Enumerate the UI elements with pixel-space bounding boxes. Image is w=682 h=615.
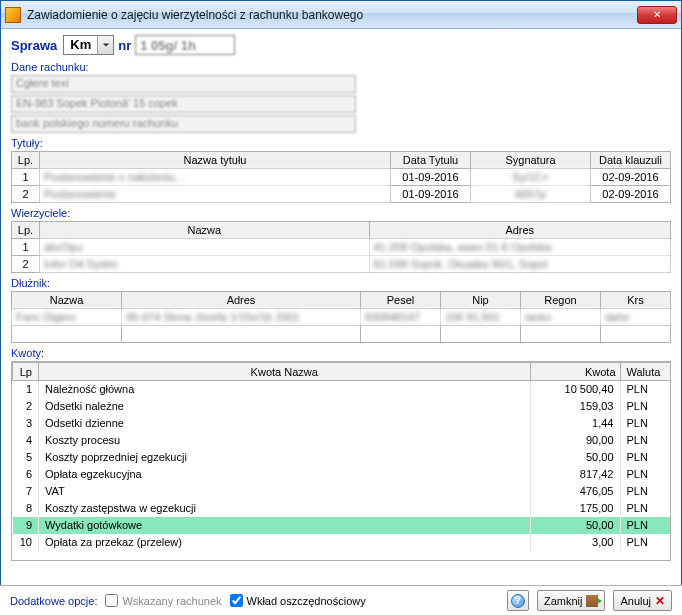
cell-data-tytulu: 01-09-2016 [391, 186, 471, 203]
th-sygnatura: Sygnatura [471, 152, 591, 169]
button-label: Anuluj [620, 595, 651, 607]
cell-nazwa: Opłata egzekucyjna [39, 466, 531, 483]
close-button[interactable]: Zamknij [537, 590, 606, 611]
table-row[interactable]: 2Infor O4 Systm81-598 Sopok. Okuaika 90/… [12, 256, 671, 273]
table-row[interactable]: 10Opłata za przekaz (przelew)3,00PLN [13, 534, 671, 551]
cell-kwota: 90,00 [530, 432, 620, 449]
amounts-table[interactable]: Lp Kwota Nazwa Kwota Waluta 1Należność g… [12, 362, 670, 551]
door-exit-icon [586, 595, 598, 607]
cell-waluta: PLN [620, 483, 670, 500]
cell-nazwa: Postanowienie [40, 186, 391, 203]
table-row[interactable]: 1Postanowienie o nałożeniu…01-09-2016Sy/… [12, 169, 671, 186]
table-row[interactable]: 3Odsetki dzienne1,44PLN [13, 415, 671, 432]
close-icon: ✕ [653, 9, 661, 20]
cell-lp: 7 [13, 483, 39, 500]
cell-nazwa: Fanc Digero [12, 309, 122, 326]
titles-table[interactable]: Lp. Nazwa tytułu Data Tytulu Sygnatura D… [11, 151, 671, 203]
debtor-section-label: Dłużnik: [11, 277, 671, 289]
account-section-label: Dane rachunku: [11, 61, 671, 73]
cancel-icon: ✕ [655, 594, 665, 608]
cell-kwota: 1,44 [530, 415, 620, 432]
cell-waluta: PLN [620, 449, 670, 466]
titlebar: Zawiadomienie o zajęciu wierzytelności z… [1, 1, 681, 29]
cell-regon: ianko [521, 309, 601, 326]
window-title: Zawiadomienie o zajęciu wierzytelności z… [27, 8, 637, 22]
debtor-table[interactable]: Nazwa Adres Pesel Nip Regon Krs Fanc Dig… [11, 291, 671, 343]
cell-lp: 10 [13, 534, 39, 551]
cell-lp: 2 [13, 398, 39, 415]
cell-waluta: PLN [620, 466, 670, 483]
cell-nip: 106 91,591 [441, 309, 521, 326]
cell-lp: 2 [12, 186, 40, 203]
th-nazwa: Nazwa [40, 222, 370, 239]
case-nr-label: nr [118, 38, 131, 53]
cell-krs: daho [601, 309, 671, 326]
th-lp: Lp [13, 363, 39, 381]
checkbox-label: Wkład oszczędnościowy [247, 595, 366, 607]
footer-bar: Dodatkowe opcje: Wskazany rachunek Wkład… [0, 585, 682, 615]
amounts-section-label: Kwoty: [11, 347, 671, 359]
table-row[interactable]: 6Opłata egzekucyjna817,42PLN [13, 466, 671, 483]
table-row[interactable]: 2Postanowienie01-09-20166057p02-09-2016 [12, 186, 671, 203]
cell-lp: 6 [13, 466, 39, 483]
cell-kwota: 3,00 [530, 534, 620, 551]
cell-waluta: PLN [620, 432, 670, 449]
extra-options-label: Dodatkowe opcje: [10, 595, 97, 607]
case-label: Sprawa [11, 38, 57, 53]
th-kwota: Kwota [530, 363, 620, 381]
checkbox[interactable] [105, 594, 118, 607]
cell-nazwa: Postanowienie o nałożeniu… [40, 169, 391, 186]
cell-lp: 1 [12, 169, 40, 186]
case-row: Sprawa Km nr [11, 35, 671, 55]
cell-kwota: 10 500,40 [530, 381, 620, 398]
cell-kwota: 50,00 [530, 449, 620, 466]
cell-nazwa: abcOpu [40, 239, 370, 256]
cell-nazwa: VAT [39, 483, 531, 500]
cell-adres: 05-074 Słona Józefa 1/15x/1b 2001 [122, 309, 361, 326]
table-row[interactable]: 5Koszty poprzedniej egzekucji50,00PLN [13, 449, 671, 466]
table-row[interactable]: 2Odsetki należne159,03PLN [13, 398, 671, 415]
th-data-tytulu: Data Tytulu [391, 152, 471, 169]
cell-waluta: PLN [620, 381, 670, 398]
table-row[interactable]: 7VAT476,05PLN [13, 483, 671, 500]
checkbox[interactable] [230, 594, 243, 607]
cell-kwota: 50,00 [530, 517, 620, 534]
cell-nazwa: Opłata za przekaz (przelew) [39, 534, 531, 551]
cell-data-klauzuli: 02-09-2016 [591, 169, 671, 186]
th-lp: Lp. [12, 222, 40, 239]
cell-nazwa: Należność główna [39, 381, 531, 398]
table-row[interactable]: 1Należność główna10 500,40PLN [13, 381, 671, 398]
window-close-button[interactable]: ✕ [637, 6, 677, 24]
cell-waluta: PLN [620, 534, 670, 551]
cell-nazwa: Odsetki należne [39, 398, 531, 415]
case-type-combo[interactable]: Km [63, 35, 114, 55]
th-nip: Nip [441, 292, 521, 309]
app-icon [5, 7, 21, 23]
opt-wklad-oszczednosciowy[interactable]: Wkład oszczędnościowy [230, 594, 366, 607]
creditors-section-label: Wierzyciele: [11, 207, 671, 219]
help-button[interactable]: ? [507, 590, 529, 611]
cell-lp: 1 [13, 381, 39, 398]
cell-nazwa: Odsetki dzienne [39, 415, 531, 432]
opt-wskazany-rachunek[interactable]: Wskazany rachunek [105, 594, 221, 607]
cell-lp: 1 [12, 239, 40, 256]
case-type-value: Km [64, 36, 97, 54]
table-row[interactable]: 8Koszty zastępstwa w egzekucji175,00PLN [13, 500, 671, 517]
case-nr-input[interactable] [135, 35, 235, 55]
help-icon: ? [511, 594, 525, 608]
creditors-table[interactable]: Lp. Nazwa Adres 1abcOpu41-208 Opolska, a… [11, 221, 671, 273]
checkbox-label: Wskazany rachunek [122, 595, 221, 607]
table-row[interactable]: 1abcOpu41-208 Opolska, awso 01-6 Opolska [12, 239, 671, 256]
table-row[interactable]: 4Koszty procesu90,00PLN [13, 432, 671, 449]
cell-lp: 9 [13, 517, 39, 534]
cell-kwota: 159,03 [530, 398, 620, 415]
cell-kwota: 817,42 [530, 466, 620, 483]
cell-data-tytulu: 01-09-2016 [391, 169, 471, 186]
cell-waluta: PLN [620, 517, 670, 534]
titles-section-label: Tytuły: [11, 137, 671, 149]
account-line-1: Cgłere texi [11, 75, 356, 93]
cell-lp: 8 [13, 500, 39, 517]
table-row[interactable]: Fanc Digero 05-074 Słona Józefa 1/15x/1b… [12, 309, 671, 326]
cancel-button[interactable]: Anuluj ✕ [613, 590, 672, 611]
table-row[interactable]: 9Wydatki gotówkowe50,00PLN [13, 517, 671, 534]
